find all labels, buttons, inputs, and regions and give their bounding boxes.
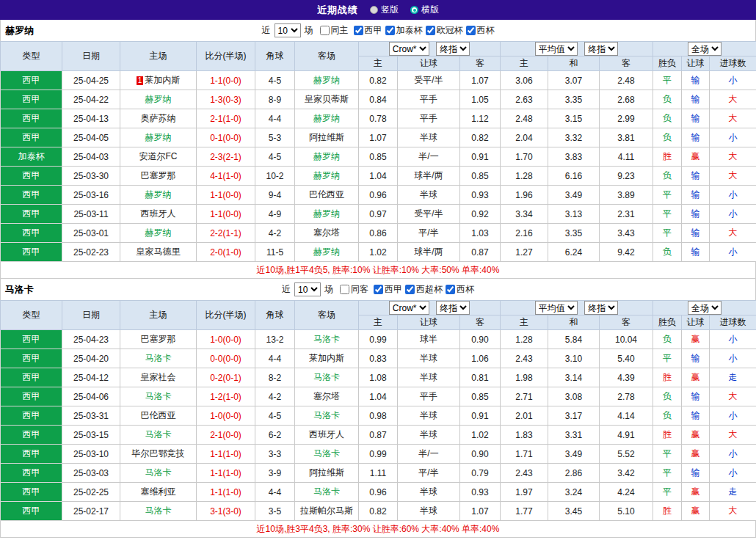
- home-team-cell: 巴塞罗那: [120, 330, 197, 349]
- handicap-result-cell: 赢: [682, 483, 710, 502]
- euro-home-odds-cell: 1.97: [501, 483, 548, 502]
- score-cell: 1-0(0-0): [197, 406, 255, 426]
- league-filter-checkbox[interactable]: 西杯: [446, 283, 474, 296]
- home-team-cell: 赫罗纳: [120, 128, 197, 147]
- league-filter-checkbox[interactable]: 加泰杯: [385, 24, 423, 37]
- asia-away-odds-cell: 0.92: [460, 205, 501, 224]
- handicap-result-cell: 输: [682, 406, 710, 426]
- euro-time-select[interactable]: 终指: [584, 301, 618, 315]
- layout-horizontal-radio[interactable]: 横版: [410, 4, 439, 16]
- euro-time-select[interactable]: 终指: [584, 42, 618, 56]
- corners-cell: 8-2: [255, 368, 295, 387]
- league-filter-checkbox[interactable]: 欧冠杯: [426, 24, 463, 37]
- asia-time-select[interactable]: 终指: [436, 42, 470, 56]
- euro-draw-odds-cell: 3.31: [548, 426, 600, 445]
- asia-away-odds-cell: 1.07: [460, 502, 501, 521]
- radio-selected-icon: [410, 6, 418, 14]
- away-team-cell: 塞尔塔: [295, 224, 359, 243]
- layout-vertical-radio[interactable]: 竖版: [370, 4, 399, 16]
- euro-away-odds-cell: 4.39: [600, 368, 653, 387]
- match-row: 西甲 25-02-17 马洛卡 3-1(3-0) 3-5 拉斯帕尔马斯 0.82…: [1, 502, 756, 521]
- score-cell: 2-1(0-0): [197, 426, 255, 445]
- euro-away-odds-cell: 9.42: [600, 243, 653, 262]
- corners-cell: 8-9: [255, 90, 295, 109]
- asia-home-odds-cell: 0.99: [359, 445, 398, 464]
- league-filter-checkbox[interactable]: 西超杯: [405, 283, 443, 296]
- full-match-select[interactable]: 全场: [688, 42, 722, 56]
- goals-result-cell: 小: [710, 128, 756, 147]
- result-cell: 负: [653, 406, 682, 426]
- goals-result-cell: 小: [710, 186, 756, 205]
- league-checkbox-input[interactable]: [354, 26, 363, 35]
- team-title: 马洛卡: [5, 283, 34, 296]
- euro-home-odds-cell: 1.28: [501, 167, 548, 186]
- match-row: 西甲 25-04-25 1莱加内斯 1-1(0-0) 4-5 赫罗纳 0.82 …: [1, 71, 756, 90]
- league-label: 西杯: [457, 283, 474, 296]
- asia-away-odds-cell: 0.93: [460, 186, 501, 205]
- asia-source-select[interactable]: Crow*: [389, 301, 429, 315]
- league-checkbox-input[interactable]: [405, 285, 415, 294]
- match-row: 西甲 25-04-20 马洛卡 0-0(0-0) 4-4 莱加内斯 0.83 半…: [1, 349, 756, 368]
- league-checkbox-input[interactable]: [374, 285, 383, 294]
- score-cell: 0-2(0-1): [197, 368, 255, 387]
- league-label: 西杯: [477, 24, 495, 37]
- euro-home-odds-cell: 2.63: [501, 90, 548, 109]
- result-cell: 平: [653, 186, 682, 205]
- away-team-cell: 马洛卡: [295, 330, 359, 349]
- full-match-select[interactable]: 全场: [688, 301, 722, 315]
- same-venue-checkbox-input[interactable]: [320, 26, 330, 35]
- euro-source-select[interactable]: 平均值: [535, 301, 578, 315]
- date-cell: 25-02-17: [62, 502, 120, 521]
- euro-draw-odds-cell: 3.49: [548, 186, 600, 205]
- euro-draw-odds-cell: 3.24: [548, 483, 600, 502]
- away-team-cell: 莱加内斯: [295, 349, 359, 368]
- home-team-cell: 赫罗纳: [120, 186, 197, 205]
- euro-home-odds-cell: 1.28: [501, 330, 548, 349]
- asia-away-odds-cell: 1.02: [460, 426, 501, 445]
- league-type-cell: 西甲: [1, 205, 62, 224]
- league-checkbox-input[interactable]: [385, 26, 395, 35]
- near-label: 近: [262, 24, 271, 37]
- same-venue-label: 同主: [331, 24, 349, 37]
- league-type-cell: 西甲: [1, 243, 62, 262]
- asia-handicap-cell: 半/一: [398, 445, 460, 464]
- score-cell: 0-1(0-0): [197, 128, 255, 147]
- asia-away-odds-cell: 1.03: [460, 224, 501, 243]
- match-row: 西甲 25-04-05 赫罗纳 0-1(0-0) 5-3 阿拉维斯 1.07 半…: [1, 128, 756, 147]
- league-filter-checkbox[interactable]: 西杯: [466, 24, 495, 37]
- league-label: 欧冠杯: [437, 24, 463, 37]
- handicap-result-cell: 赢: [682, 368, 710, 387]
- euro-draw-odds-cell: 2.86: [548, 464, 600, 483]
- match-row: 西甲 25-03-16 赫罗纳 1-1(0-0) 9-4 巴伦西亚 0.96 半…: [1, 186, 756, 205]
- league-checkbox-input[interactable]: [466, 26, 476, 35]
- goals-result-cell: 大: [710, 90, 756, 109]
- same-venue-checkbox[interactable]: 同主: [320, 24, 349, 37]
- same-venue-checkbox[interactable]: 同客: [340, 283, 368, 296]
- corners-cell: 11-5: [255, 243, 295, 262]
- league-filter-checkbox[interactable]: 西甲: [374, 283, 402, 296]
- euro-home-odds-cell: 1.27: [501, 243, 548, 262]
- match-count-select[interactable]: 10: [294, 282, 321, 296]
- league-checkbox-input[interactable]: [426, 26, 435, 35]
- handicap-result-cell: 输: [682, 167, 710, 186]
- euro-draw-odds-cell: 3.14: [548, 368, 600, 387]
- league-type-cell: 西甲: [1, 483, 62, 502]
- euro-draw-odds-cell: 3.10: [548, 349, 600, 368]
- home-team-cell: 赫罗纳: [120, 224, 197, 243]
- euro-source-select[interactable]: 平均值: [535, 42, 578, 56]
- euro-away-odds-cell: 2.99: [600, 109, 653, 128]
- asia-source-select[interactable]: Crow*: [389, 42, 429, 56]
- home-team-cell: 赫罗纳: [120, 90, 197, 109]
- date-cell: 25-03-11: [62, 205, 120, 224]
- date-cell: 25-04-03: [62, 147, 120, 167]
- asia-time-select[interactable]: 终指: [436, 301, 470, 315]
- same-venue-checkbox-input[interactable]: [340, 285, 349, 294]
- col-asia-home: 主: [359, 315, 398, 330]
- match-row: 西甲 25-03-31 巴伦西亚 1-0(0-0) 4-5 马洛卡 0.98 半…: [1, 406, 756, 426]
- away-team-cell: 赫罗纳: [295, 109, 359, 128]
- date-cell: 25-03-10: [62, 445, 120, 464]
- section-girona: 赫罗纳 近 10 场 同主 西甲 加泰杯: [0, 20, 756, 279]
- match-count-select[interactable]: 10: [275, 23, 301, 37]
- league-filter-checkbox[interactable]: 西甲: [354, 24, 382, 37]
- league-checkbox-input[interactable]: [446, 285, 455, 294]
